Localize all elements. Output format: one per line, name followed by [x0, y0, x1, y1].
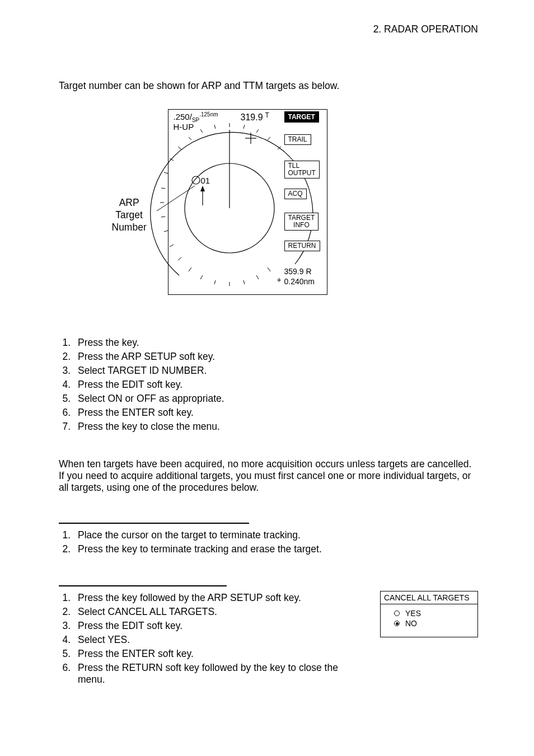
radio-icon — [394, 621, 400, 626]
svg-line-26 — [200, 275, 203, 279]
step-item: Select CANCEL ALL TARGETS. — [73, 605, 346, 619]
step-item: Press the ARP SETUP soft key. — [73, 350, 478, 364]
svg-line-25 — [189, 267, 191, 271]
option-label: YES — [405, 609, 421, 618]
svg-line-22 — [164, 231, 168, 232]
softkey-tll-output[interactable]: TLL OUTPUT — [284, 161, 320, 179]
steps-cancel-all: Press the key followed by the ARP SETUP … — [59, 591, 346, 687]
step-item: Select ON or OFF as appropriate. — [73, 392, 478, 406]
arp-caption-l1: ARP — [112, 197, 147, 209]
step-item: Press the ENTER soft key. — [73, 406, 478, 420]
cancel-all-dialog: CANCEL ALL TARGETS YES NO — [380, 591, 478, 637]
svg-line-4 — [157, 186, 195, 211]
radar-mode: H-UP — [174, 122, 194, 132]
svg-line-19 — [161, 188, 165, 189]
page-header: 2. RADAR OPERATION — [59, 24, 478, 35]
option-label: NO — [405, 619, 417, 628]
arp-caption: ARP Target Number — [112, 197, 147, 234]
svg-line-29 — [243, 280, 245, 284]
cursor-readout: 359.9 R 0.240nm — [284, 267, 315, 287]
svg-line-16 — [178, 147, 181, 149]
step-item: Press the key to terminate tracking and … — [73, 542, 478, 556]
svg-line-23 — [170, 245, 174, 247]
svg-line-11 — [189, 137, 191, 140]
target-number-label: 01 — [201, 176, 210, 185]
softkey-return[interactable]: RETURN — [284, 241, 320, 251]
svg-line-9 — [214, 125, 216, 129]
svg-line-14 — [268, 137, 270, 140]
svg-line-21 — [161, 217, 165, 217]
option-no[interactable]: NO — [394, 619, 474, 628]
svg-line-18 — [164, 172, 168, 173]
softkey-acq[interactable]: ACQ — [284, 189, 307, 199]
svg-point-5 — [192, 176, 200, 184]
radar-svg — [146, 107, 392, 309]
svg-marker-7 — [200, 186, 205, 191]
step-item: Press the ENTER soft key. — [73, 647, 346, 661]
intro-paragraph: Target number can be shown for ARP and T… — [59, 80, 478, 92]
radar-range-readout: .250/SP.125nm — [174, 111, 218, 123]
softkey-trail[interactable]: TRAIL — [284, 134, 311, 145]
step-item: Press the EDIT soft key. — [73, 378, 478, 392]
step-item: Place the cursor on the target to termin… — [73, 528, 478, 542]
radar-bearing-suffix: T — [265, 111, 269, 119]
cursor-cross-icon: + — [277, 275, 282, 284]
svg-line-24 — [178, 257, 181, 260]
cursor-bearing: 359.9 R — [284, 267, 315, 277]
step-item: Press the EDIT soft key. — [73, 619, 346, 633]
arp-caption-l3: Number — [112, 222, 147, 234]
steps-target-id: Press the key. Press the ARP SETUP soft … — [59, 336, 478, 434]
svg-line-31 — [268, 267, 270, 271]
subheading-cancel-all — [59, 576, 227, 586]
subheading-terminate-single — [59, 514, 249, 524]
cancel-all-row: Press the key followed by the ARP SETUP … — [59, 591, 478, 687]
steps-terminate-single: Place the cursor on the target to termin… — [59, 528, 478, 556]
svg-line-12 — [243, 125, 245, 129]
radar-figure: .250/SP.125nm H-UP 319.9 T TARGET TRAIL … — [146, 107, 392, 309]
radio-icon — [394, 611, 400, 616]
svg-line-13 — [256, 129, 259, 133]
range-nm: .125nm — [199, 111, 218, 118]
step-item: Press the RETURN soft key followed by th… — [73, 661, 346, 687]
step-item: Press the key. — [73, 336, 478, 350]
svg-line-27 — [214, 280, 216, 284]
softkey-target-info[interactable]: TARGET INFO — [284, 213, 319, 231]
cancel-intro-paragraph: When ten targets have been acquired, no … — [59, 458, 478, 494]
step-item: Select TARGET ID NUMBER. — [73, 364, 478, 378]
range-value: .250/ — [174, 112, 192, 121]
cursor-range: 0.240nm — [284, 277, 315, 287]
cancel-all-options: YES NO — [384, 609, 474, 628]
radar-bearing: 319.9 — [241, 112, 263, 123]
cancel-all-dialog-title: CANCEL ALL TARGETS — [381, 591, 477, 604]
svg-line-10 — [200, 129, 203, 133]
option-yes[interactable]: YES — [394, 609, 474, 618]
softkey-target[interactable]: TARGET — [284, 111, 319, 123]
arp-caption-l2: Target — [112, 209, 147, 222]
step-item: Press the key followed by the ARP SETUP … — [73, 591, 346, 605]
svg-line-30 — [256, 275, 259, 279]
step-item: Select YES. — [73, 633, 346, 647]
step-item: Press the key to close the menu. — [73, 420, 478, 434]
